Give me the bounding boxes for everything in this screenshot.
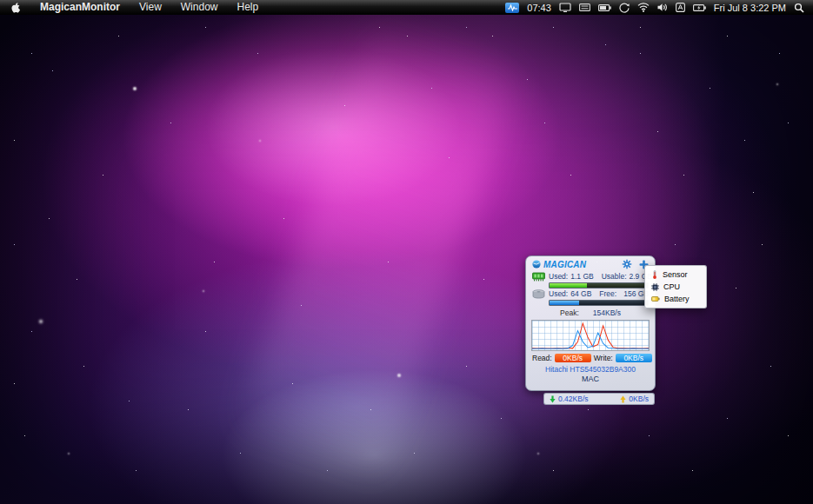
menu-help[interactable]: Help xyxy=(227,0,268,15)
memory-progress-fill xyxy=(550,283,587,288)
starfield-bright xyxy=(0,15,2,17)
cpu-icon xyxy=(651,283,659,291)
peak-row: Peak: 154KB/s xyxy=(526,308,655,317)
activity-chart-svg xyxy=(532,321,649,350)
upload-segment: 0KB/s xyxy=(620,395,649,403)
write-value-badge: 0KB/s xyxy=(616,354,652,362)
network-speed-pill: 0.42KB/s 0KB/s xyxy=(543,393,655,405)
activity-chart xyxy=(531,320,650,351)
activity-icon[interactable] xyxy=(505,3,519,13)
disk-progress-fill xyxy=(550,301,579,305)
battery-icon[interactable] xyxy=(598,4,611,11)
disk-meter: Used: 64 GB Free: 156 GB xyxy=(526,288,655,306)
memory-progress-bar xyxy=(549,282,649,288)
disk-progress-bar xyxy=(549,300,649,306)
gear-icon[interactable] xyxy=(622,259,632,269)
read-label: Read: xyxy=(532,354,552,362)
popup-item-label: Sensor xyxy=(663,270,688,279)
download-value: 0.42KB/s xyxy=(558,395,589,403)
magican-monitor-widget: MAGICAN Used: 1.1 GB Usable: 2.9 GB xyxy=(525,255,656,391)
popup-item-label: CPU xyxy=(663,282,680,291)
brand-text: MAGICAN xyxy=(543,260,586,269)
upload-arrow-icon xyxy=(620,395,626,403)
spotlight-icon[interactable] xyxy=(794,3,804,13)
upload-value: 0KB/s xyxy=(629,395,649,403)
disk-icon xyxy=(532,289,545,299)
memory-meter: Used: 1.1 GB Usable: 2.9 GB xyxy=(526,271,655,288)
magican-logo: MAGICAN xyxy=(532,260,586,269)
popup-item-battery[interactable]: Battery xyxy=(645,293,706,305)
memory-text: Used: 1.1 GB Usable: 2.9 GB xyxy=(549,272,649,281)
disk-used-label: Used: xyxy=(549,289,568,298)
read-write-row: Read: 0KB/s Write: 0KB/s xyxy=(532,354,649,362)
memory-used-label: Used: xyxy=(549,272,568,281)
disk-used-value: 64 GB xyxy=(570,289,591,298)
menu-view[interactable]: View xyxy=(130,0,171,15)
menu-bar: MagicanMonitor View Window Help 07:43 xyxy=(0,0,813,15)
popup-item-cpu[interactable]: CPU xyxy=(645,281,706,293)
menu-bar-left: MagicanMonitor View Window Help xyxy=(0,0,268,15)
popup-item-sensor[interactable]: Sensor xyxy=(645,269,706,281)
volume-name: MAC xyxy=(526,375,655,383)
peak-value: 154KB/s xyxy=(593,308,621,317)
memory-used-value: 1.1 GB xyxy=(570,272,593,281)
memory-icon xyxy=(532,272,545,282)
menu-app-name[interactable]: MagicanMonitor xyxy=(30,0,130,15)
popup-item-label: Battery xyxy=(664,295,690,303)
magican-logo-icon xyxy=(532,260,541,269)
download-arrow-icon xyxy=(550,395,556,403)
keyboard-icon[interactable] xyxy=(579,3,590,11)
read-value-badge: 0KB/s xyxy=(555,354,591,362)
battery-plug-icon[interactable] xyxy=(693,4,706,11)
sensor-icon xyxy=(651,270,658,279)
menu-window[interactable]: Window xyxy=(171,0,228,15)
display-icon[interactable] xyxy=(559,3,571,12)
peak-label: Peak: xyxy=(560,308,579,317)
add-module-popup: Sensor CPU Battery xyxy=(644,265,707,308)
download-segment: 0.42KB/s xyxy=(550,395,589,403)
battery-option-icon xyxy=(651,295,660,302)
aurora-streak xyxy=(231,11,524,487)
input-menu-icon[interactable] xyxy=(676,3,685,12)
screen: MagicanMonitor View Window Help 07:43 xyxy=(0,0,813,504)
write-label: Write: xyxy=(594,354,613,362)
disk-model: Hitachi HTS545032B9A300 xyxy=(526,365,655,374)
widget-header: MAGICAN xyxy=(526,258,655,271)
menubar-clock[interactable]: Fri Jul 8 3:22 PM xyxy=(714,3,786,13)
apple-menu-icon[interactable] xyxy=(0,2,30,13)
menu-bar-status: 07:43 Fri xyxy=(505,0,813,15)
memory-usable-label: Usable: xyxy=(602,272,627,281)
wifi-icon[interactable] xyxy=(637,3,650,12)
disk-text: Used: 64 GB Free: 156 GB xyxy=(549,289,649,298)
volume-icon[interactable] xyxy=(657,3,668,12)
sync-icon[interactable] xyxy=(619,3,630,13)
wallpaper xyxy=(0,15,813,504)
status-time[interactable]: 07:43 xyxy=(527,3,551,13)
disk-free-label: Free: xyxy=(599,289,621,298)
